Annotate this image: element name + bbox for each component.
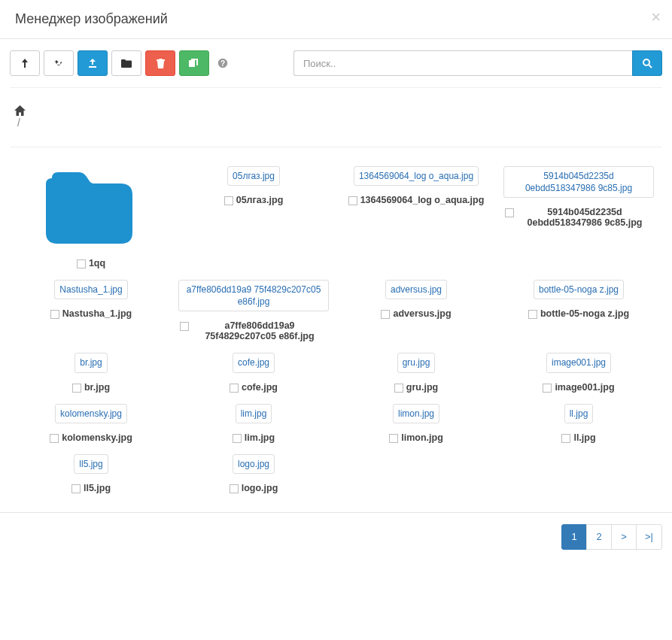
new-folder-button[interactable] <box>111 50 141 76</box>
item-label-row: bottle-05-noga z.jpg <box>501 308 656 319</box>
thumbnail-alt-text: cofe.jpg <box>236 356 272 369</box>
item-checkbox[interactable] <box>528 310 537 319</box>
item-checkbox[interactable] <box>230 384 239 393</box>
item-label-row: 1qq <box>14 258 169 268</box>
item-checkbox[interactable] <box>561 434 570 443</box>
item-filename: lim.jpg <box>245 432 275 443</box>
search-input[interactable] <box>293 50 632 76</box>
file-thumbnail[interactable]: 1364569064_log o_aqua.jpg <box>354 166 479 186</box>
item-filename: logo.jpg <box>242 483 278 493</box>
file-thumbnail[interactable]: logo.jpg <box>233 454 275 474</box>
file-thumbnail[interactable]: cofe.jpg <box>233 353 275 372</box>
file-thumbnail[interactable]: kolomensky.jpg <box>55 404 127 423</box>
item-label-row: ll.jpg <box>501 432 656 443</box>
file-thumbnail[interactable]: adversus.jpg <box>385 280 447 299</box>
item-label-row: 1364569064_log o_aqua.jpg <box>339 195 494 205</box>
thumbnail-alt-text: br.jpg <box>78 356 104 369</box>
image-manager-modal: Менеджер изображений × <box>0 0 672 561</box>
item-checkbox[interactable] <box>180 322 189 331</box>
file-item: ll.jpgll.jpg <box>497 400 660 447</box>
file-thumbnail[interactable]: bottle-05-noga z.jpg <box>534 280 624 299</box>
thumbnail-alt-text: image001.jpg <box>549 356 608 369</box>
file-thumbnail[interactable]: 5914b045d2235d 0ebdd518347986 9c85.jpg <box>503 166 654 198</box>
breadcrumb: / <box>10 99 662 135</box>
toolbar: ? <box>10 50 662 76</box>
modal-title: Менеджер изображений <box>15 11 657 27</box>
item-label-row: image001.jpg <box>501 382 656 393</box>
item-checkbox[interactable] <box>230 484 239 493</box>
file-thumbnail[interactable]: lim.jpg <box>236 404 272 423</box>
file-thumbnail[interactable]: br.jpg <box>74 353 107 372</box>
item-checkbox[interactable] <box>543 384 552 393</box>
item-checkbox[interactable] <box>389 434 398 443</box>
page-button[interactable]: >| <box>636 524 662 550</box>
item-label-row: br.jpg <box>14 382 169 393</box>
folder-icon <box>121 59 132 68</box>
item-checkbox[interactable] <box>505 208 514 217</box>
svg-line-3 <box>649 65 652 68</box>
search-button[interactable] <box>632 50 662 76</box>
item-label-row: cofe.jpg <box>176 382 331 393</box>
item-filename: Nastusha_1.jpg <box>62 308 132 319</box>
page-button[interactable]: 2 <box>586 524 612 550</box>
item-checkbox[interactable] <box>77 259 86 268</box>
item-checkbox[interactable] <box>50 434 59 443</box>
item-filename: gru.jpg <box>406 382 438 393</box>
item-filename: a7ffe806dd19a9 75f4829c207c05 e86f.jpg <box>192 320 327 341</box>
item-label-row: logo.jpg <box>176 483 331 493</box>
item-label-row: a7ffe806dd19a9 75f4829c207c05 e86f.jpg <box>176 320 331 341</box>
refresh-button[interactable] <box>44 50 74 76</box>
item-checkbox[interactable] <box>348 196 357 205</box>
file-thumbnail[interactable]: ll.jpg <box>564 404 594 423</box>
close-button[interactable]: × <box>651 9 661 26</box>
delete-button[interactable] <box>145 50 175 76</box>
item-filename: bottle-05-noga z.jpg <box>540 308 629 319</box>
file-item: cofe.jpgcofe.jpg <box>172 349 335 396</box>
help-icon[interactable]: ? <box>217 58 228 68</box>
file-thumbnail[interactable]: limon.jpg <box>393 404 439 423</box>
file-item: 05лгаз.jpg05лгаз.jpg <box>172 162 335 272</box>
item-checkbox[interactable] <box>71 484 81 493</box>
pagination: 12>>| <box>561 524 662 550</box>
toolbar-buttons: ? <box>10 50 228 76</box>
file-thumbnail[interactable]: ll5.jpg <box>74 454 108 474</box>
page-button[interactable]: > <box>611 524 637 550</box>
item-filename: 05лгаз.jpg <box>236 195 284 205</box>
item-label-row: limon.jpg <box>339 432 494 443</box>
item-checkbox[interactable] <box>224 196 233 205</box>
item-checkbox[interactable] <box>50 310 59 319</box>
item-checkbox[interactable] <box>381 310 390 319</box>
item-checkbox[interactable] <box>394 384 403 393</box>
thumbnail-alt-text: 1364569064_log o_aqua.jpg <box>357 169 476 183</box>
home-icon[interactable] <box>14 105 662 116</box>
file-item: br.jpgbr.jpg <box>10 349 172 396</box>
folder-thumbnail[interactable] <box>14 166 164 249</box>
item-label-row: gru.jpg <box>339 382 494 393</box>
file-thumbnail[interactable]: gru.jpg <box>397 353 436 372</box>
thumbnail-alt-text: bottle-05-noga z.jpg <box>537 283 621 296</box>
thumbnail-alt-text: logo.jpg <box>236 457 272 471</box>
file-item: limon.jpglimon.jpg <box>335 400 497 447</box>
upload-button[interactable] <box>78 50 108 76</box>
file-item: a7ffe806dd19a9 75f4829c207c05 e86f.jpga7… <box>172 276 335 345</box>
breadcrumb-sep: / <box>17 117 20 129</box>
file-item: 5914b045d2235d 0ebdd518347986 9c85.jpg59… <box>497 162 660 272</box>
item-checkbox[interactable] <box>72 384 81 393</box>
item-checkbox[interactable] <box>233 434 242 443</box>
file-thumbnail[interactable]: Nastusha_1.jpg <box>54 280 127 299</box>
file-item: adversus.jpgadversus.jpg <box>335 276 497 345</box>
thumbnail-alt-text: ll5.jpg <box>77 457 105 471</box>
page-button[interactable]: 1 <box>561 524 587 550</box>
divider <box>10 147 662 147</box>
file-thumbnail[interactable]: a7ffe806dd19a9 75f4829c207c05 e86f.jpg <box>178 280 329 311</box>
divider <box>10 87 662 88</box>
thumbnail-alt-text: Nastusha_1.jpg <box>57 283 124 296</box>
file-item: logo.jpglogo.jpg <box>172 450 335 497</box>
move-copy-button[interactable] <box>179 50 209 76</box>
parent-folder-button[interactable] <box>10 50 40 76</box>
file-item: kolomensky.jpgkolomensky.jpg <box>10 400 172 447</box>
file-thumbnail[interactable]: image001.jpg <box>546 353 611 372</box>
search-icon <box>643 59 652 68</box>
thumbnail-alt-text: adversus.jpg <box>388 283 444 296</box>
file-thumbnail[interactable]: 05лгаз.jpg <box>227 166 280 186</box>
